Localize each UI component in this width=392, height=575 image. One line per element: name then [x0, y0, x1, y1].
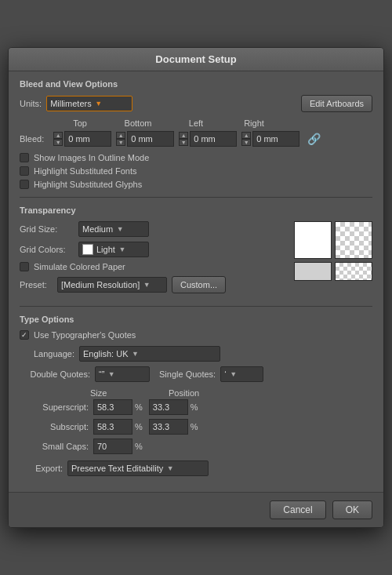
superscript-position-percent: %	[191, 402, 198, 412]
top-bleed-spinner[interactable]: ▲ ▼	[53, 132, 63, 146]
subscript-label: Subscript:	[20, 422, 89, 431]
grid-size-dropdown-arrow-icon: ▼	[116, 225, 124, 233]
language-dropdown[interactable]: English: UK ▼	[79, 346, 220, 362]
bottom-header: Bottom	[109, 118, 167, 128]
transparency-section: Transparency Grid Size: Medium ▼ Grid Co…	[20, 206, 372, 298]
grid-color-swatch	[82, 244, 93, 255]
superscript-size-percent: %	[135, 402, 143, 412]
bottom-bleed-spinner[interactable]: ▲ ▼	[116, 132, 125, 146]
bottom-bleed-down-btn[interactable]: ▼	[116, 139, 125, 146]
left-bleed-down-btn[interactable]: ▼	[179, 139, 188, 146]
export-dropdown-arrow-icon: ▼	[166, 464, 174, 472]
document-setup-dialog: Document Setup Bleed and View Options Un…	[8, 47, 384, 528]
units-value: Millimeters	[50, 99, 92, 108]
small-caps-row: Small Caps: %	[20, 439, 372, 454]
simulate-paper-label: Simulate Colored Paper	[34, 262, 125, 271]
cancel-button[interactable]: Cancel	[270, 500, 325, 519]
double-quotes-dropdown-arrow-icon: ▼	[107, 370, 115, 378]
grid-colors-row: Grid Colors: Light ▼	[20, 242, 294, 257]
ok-button[interactable]: OK	[332, 500, 372, 519]
subscript-row: Subscript: % %	[20, 419, 372, 435]
small-caps-input[interactable]	[93, 439, 132, 454]
bottom-bleed-up-btn[interactable]: ▲	[116, 132, 125, 139]
grid-size-row: Grid Size: Medium ▼	[20, 221, 294, 237]
export-dropdown[interactable]: Preserve Text Editability ▼	[67, 460, 209, 476]
units-label: Units:	[20, 99, 42, 108]
grid-preview-bottom-row	[294, 262, 372, 281]
single-quotes-dropdown[interactable]: ‘ ▼	[220, 366, 263, 382]
single-quotes-dropdown-arrow-icon: ▼	[230, 370, 238, 378]
preset-value: [Medium Resolution]	[61, 280, 140, 289]
right-header: Right	[225, 118, 283, 128]
superscript-label: Superscript:	[20, 402, 89, 412]
single-quotes-label: Single Quotes:	[159, 369, 216, 379]
transparency-controls: Grid Size: Medium ▼ Grid Colors: Light ▼	[20, 221, 294, 298]
right-bleed-field: ▲ ▼	[241, 131, 299, 147]
units-dropdown[interactable]: Millimeters ▼	[46, 96, 132, 111]
left-bleed-input[interactable]	[190, 131, 237, 147]
show-images-row: Show Images In Outline Mode	[20, 153, 372, 162]
bottom-bleed-field: ▲ ▼	[116, 131, 174, 147]
right-bleed-down-btn[interactable]: ▼	[241, 139, 251, 146]
divider-1	[20, 197, 372, 198]
left-bleed-field: ▲ ▼	[179, 131, 237, 147]
size-header: Size	[90, 388, 137, 398]
divider-2	[20, 306, 372, 307]
subscript-position-input[interactable]	[149, 419, 188, 435]
double-quotes-value: “”	[99, 369, 104, 379]
grid-colors-dropdown-arrow-icon: ▼	[118, 246, 126, 253]
show-images-checkbox[interactable]	[20, 153, 29, 162]
double-quotes-label: Double Quotes:	[20, 369, 90, 379]
double-quotes-dropdown[interactable]: “” ▼	[95, 366, 150, 382]
highlight-fonts-checkbox[interactable]	[20, 166, 29, 176]
bleed-section-title: Bleed and View Options	[20, 79, 372, 89]
units-dropdown-arrow-icon: ▼	[95, 100, 103, 107]
subscript-size-percent: %	[135, 422, 143, 431]
simulate-paper-checkbox[interactable]	[20, 262, 29, 271]
right-bleed-spinner[interactable]: ▲ ▼	[241, 132, 251, 146]
small-caps-percent: %	[135, 442, 143, 451]
transparency-main: Grid Size: Medium ▼ Grid Colors: Light ▼	[20, 221, 372, 298]
left-bleed-spinner[interactable]: ▲ ▼	[179, 132, 188, 146]
typographers-quotes-checkbox[interactable]	[20, 330, 29, 340]
checker-preview	[335, 221, 372, 259]
highlight-fonts-label: Highlight Substituted Fonts	[34, 166, 136, 176]
right-bleed-input[interactable]	[252, 131, 299, 147]
type-section: Type Options Use Typographer's Quotes La…	[20, 315, 372, 476]
superscript-size-input[interactable]	[93, 399, 132, 415]
size-position-headers: Size Position	[90, 388, 372, 398]
grid-colors-value: Light	[96, 245, 115, 254]
highlight-glyphs-checkbox[interactable]	[20, 180, 29, 189]
top-bleed-input[interactable]: 0 mm	[64, 131, 111, 147]
link-icon: 🔗	[307, 133, 321, 145]
subscript-size-input[interactable]	[93, 419, 132, 435]
right-bleed-up-btn[interactable]: ▲	[241, 132, 251, 139]
superscript-row: Superscript: % %	[20, 399, 372, 415]
top-header: Top	[51, 118, 109, 128]
preset-dropdown[interactable]: [Medium Resolution] ▼	[57, 277, 167, 293]
language-value: English: UK	[83, 349, 128, 358]
preset-label: Preset:	[20, 280, 57, 289]
export-value: Preserve Text Editability	[71, 464, 163, 473]
custom-button[interactable]: Custom...	[172, 276, 226, 293]
highlight-fonts-row: Highlight Substituted Fonts	[20, 166, 372, 176]
bottom-bleed-input[interactable]	[127, 131, 174, 147]
export-row: Export: Preserve Text Editability ▼	[20, 460, 372, 476]
left-bleed-up-btn[interactable]: ▲	[179, 132, 188, 139]
language-label: Language:	[20, 349, 74, 358]
edit-artboards-button[interactable]: Edit Artboards	[301, 95, 372, 112]
superscript-position-input[interactable]	[149, 399, 188, 415]
transparency-section-title: Transparency	[20, 206, 372, 215]
left-header: Left	[167, 118, 225, 128]
small-caps-label: Small Caps:	[20, 442, 89, 451]
gray-preview	[294, 262, 332, 281]
highlight-glyphs-row: Highlight Substituted Glyphs	[20, 180, 372, 189]
position-header: Position	[169, 388, 216, 398]
top-bleed-down-btn[interactable]: ▼	[53, 139, 63, 146]
white-preview	[294, 221, 332, 259]
grid-size-dropdown[interactable]: Medium ▼	[78, 221, 149, 237]
dialog-title: Document Setup	[155, 53, 236, 65]
top-bleed-up-btn[interactable]: ▲	[53, 132, 63, 139]
grid-colors-dropdown[interactable]: Light ▼	[78, 242, 149, 257]
units-row: Units: Millimeters ▼ Edit Artboards	[20, 95, 372, 112]
